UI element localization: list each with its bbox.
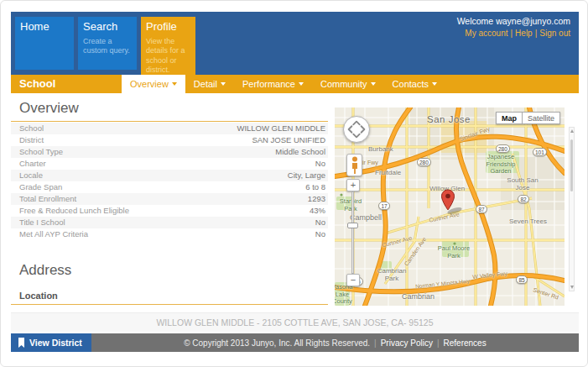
tab-detail[interactable]: Detail	[185, 75, 234, 93]
row-value: No	[315, 217, 325, 228]
row-value: City, Large	[288, 170, 325, 181]
row-value: 43%	[310, 205, 325, 217]
table-row: SchoolWILLOW GLEN MIDDLE	[11, 123, 328, 134]
highway-shield-280: 280	[496, 144, 510, 153]
copyright-area: © Copyright 2013 Junyo, Inc. All Rights …	[91, 338, 579, 348]
scrollbar-up-arrow-icon[interactable]	[570, 129, 574, 133]
map-label-neighborhood: Burbank	[368, 145, 393, 153]
view-district-button[interactable]: View District	[11, 333, 91, 352]
pan-arrows-icon	[344, 117, 369, 142]
tab-overview-label: Overview	[130, 79, 169, 89]
scrollbar-thumb[interactable]	[570, 139, 573, 191]
row-label: Free & Reduced Lunch Eligible	[19, 205, 129, 217]
row-value: SAN JOSE UNIFIED	[252, 134, 325, 146]
row-value: No	[315, 228, 325, 240]
my-account-link[interactable]: My account	[465, 29, 507, 38]
overview-section: Overview SchoolWILLOW GLEN MIDDLE Distri…	[11, 100, 328, 305]
table-row: DistrictSAN JOSE UNIFIED	[11, 134, 328, 146]
map-pan-control[interactable]	[343, 116, 370, 143]
page-title: School Information	[11, 75, 118, 93]
zoom-slider-track[interactable]	[351, 191, 354, 274]
scrollbar-down-arrow-icon[interactable]	[570, 286, 574, 289]
satellite-view-button[interactable]: Satellite	[523, 112, 560, 124]
references-link[interactable]: References	[444, 338, 487, 348]
highway-shield-82: 82	[518, 195, 529, 203]
table-row: Free & Reduced Lunch Eligible43%	[11, 205, 328, 217]
map-label-park: Starbird Park	[336, 198, 365, 212]
row-label: District	[19, 134, 44, 146]
table-row: Met All AYP CriteriaNo	[11, 228, 328, 240]
table-row: Grade Span6 to 8	[11, 181, 328, 193]
overview-heading: Overview	[19, 100, 328, 117]
tab-contacts[interactable]: Contacts	[384, 75, 445, 93]
map-label-city: San Jose	[427, 114, 471, 124]
address-heading: Address	[19, 262, 328, 279]
footer-separator: |	[374, 338, 377, 348]
map-label-city: Campbell	[350, 213, 382, 222]
zoom-out-button[interactable]: −	[346, 274, 360, 286]
tab-contacts-label: Contacts	[393, 79, 429, 89]
row-label: Total Enrollment	[19, 193, 76, 205]
bookmark-icon	[18, 338, 25, 348]
footer-separator: |	[437, 338, 440, 348]
map-marker[interactable]	[439, 188, 464, 218]
chevron-down-icon	[371, 82, 376, 86]
help-link[interactable]: Help	[515, 29, 533, 38]
profile-tile[interactable]: Profile View the details for a school or…	[141, 17, 195, 75]
highway-shield-85: 85	[516, 275, 528, 284]
overview-table: SchoolWILLOW GLEN MIDDLE DistrictSAN JOS…	[11, 123, 328, 240]
section-divider	[11, 304, 328, 305]
highway-shield-17: 17	[378, 202, 390, 210]
welcome-text: Welcome wayne@junyo.com	[457, 16, 570, 26]
app-window: Home Search Create a custom query. Profi…	[0, 0, 588, 367]
map-label-neighborhood: Seven Trees	[509, 218, 547, 225]
highway-shield-280: 280	[417, 158, 431, 166]
tab-performance[interactable]: Performance	[234, 75, 312, 93]
row-value: No	[315, 158, 325, 170]
row-value: Middle School	[275, 146, 325, 158]
map-label-park: Japanese Friendship Garden	[479, 154, 523, 176]
profile-tile-subtitle: View the details for a school or distric…	[146, 37, 190, 75]
tab-overview[interactable]: Overview	[122, 75, 185, 93]
view-district-label: View District	[29, 338, 82, 348]
search-tile-label: Search	[83, 20, 132, 33]
row-value: 1293	[308, 193, 325, 205]
zoom-slider-thumb[interactable]	[347, 223, 358, 228]
row-label: Grade Span	[19, 181, 62, 193]
copyright-text: © Copyright 2013 Junyo, Inc. All Rights …	[184, 338, 370, 348]
home-tile[interactable]: Home	[15, 17, 74, 70]
sign-out-link[interactable]: Sign out	[539, 29, 570, 38]
zoom-in-button[interactable]: +	[346, 179, 360, 191]
tab-community[interactable]: Community	[312, 75, 384, 93]
table-row: Total Enrollment1293	[11, 193, 328, 205]
chevron-down-icon	[432, 82, 437, 86]
chevron-down-icon	[299, 82, 304, 86]
section-navbar: School Information Overview Detail Perfo…	[11, 75, 579, 93]
map[interactable]: San Jose Sinclair Fwy Sinclair Fwy Burba…	[335, 107, 565, 306]
highway-shield-101: 101	[533, 148, 547, 156]
table-row: Title I SchoolNo	[11, 217, 328, 228]
table-row: CharterNo	[11, 158, 328, 170]
street-view-pegman-button[interactable]	[346, 154, 362, 176]
search-tile[interactable]: Search Create a custom query.	[78, 17, 137, 70]
nav-tabs: Overview Detail Performance Community Co…	[122, 75, 445, 93]
map-label-neighborhood: Cambrian Park	[375, 267, 408, 282]
map-label-park: Vasona Lake County Park	[335, 284, 356, 306]
map-label-neighborhood: Fruitdale	[375, 169, 401, 176]
highway-shield-87: 87	[476, 205, 487, 213]
table-row: School TypeMiddle School	[11, 146, 328, 158]
footer-bar: View District © Copyright 2013 Junyo, In…	[11, 333, 579, 352]
privacy-policy-link[interactable]: Privacy Policy	[381, 338, 433, 348]
link-separator: |	[535, 29, 538, 38]
map-type-control: Map Satellite	[496, 112, 560, 124]
row-label: Title I School	[19, 217, 65, 228]
map-view-button[interactable]: Map	[496, 112, 523, 124]
chevron-down-icon	[221, 82, 226, 86]
row-label: Charter	[19, 158, 46, 170]
profile-tile-label: Profile	[146, 20, 190, 33]
pegman-icon	[349, 156, 361, 175]
table-row: LocaleCity, Large	[11, 170, 328, 181]
school-address-band: WILLOW GLEN MIDDLE - 2105 COTTLE AVE, SA…	[11, 312, 579, 332]
account-links: My account|Help|Sign out	[457, 29, 570, 38]
panel-scrollbar[interactable]	[569, 127, 575, 291]
